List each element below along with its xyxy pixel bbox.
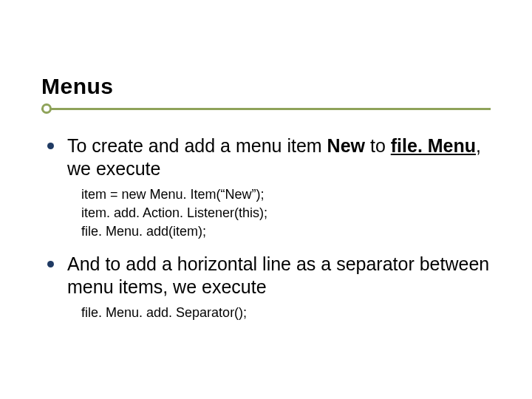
bullet-icon xyxy=(47,261,54,267)
text-run: To create and add a menu item xyxy=(67,135,327,156)
code-line: file. Menu. add(item); xyxy=(81,222,491,241)
list-item-text: And to add a horizontal line as a separa… xyxy=(67,253,491,299)
text-bold: New xyxy=(327,135,365,156)
accent-line xyxy=(41,108,491,110)
slide-title: Menus xyxy=(41,74,491,99)
accent-bar xyxy=(41,103,491,114)
code-line: item = new Menu. Item(“New”); xyxy=(81,185,491,204)
text-bold-underline: file. Menu xyxy=(391,135,476,156)
slide-body: To create and add a menu item New to fil… xyxy=(47,134,491,322)
bullet-list: And to add a horizontal line as a separa… xyxy=(47,253,491,299)
slide: Menus To create and add a menu item New … xyxy=(0,0,532,399)
accent-circle-icon xyxy=(41,103,52,114)
list-item: And to add a horizontal line as a separa… xyxy=(47,253,491,299)
code-line: item. add. Action. Listener(this); xyxy=(81,204,491,222)
bullet-icon xyxy=(47,143,54,149)
code-block: item = new Menu. Item(“New”); item. add.… xyxy=(81,185,491,242)
code-line: file. Menu. add. Separator(); xyxy=(81,304,491,322)
list-item: To create and add a menu item New to fil… xyxy=(47,134,491,181)
code-block: file. Menu. add. Separator(); xyxy=(81,304,491,322)
bullet-list: To create and add a menu item New to fil… xyxy=(47,134,491,181)
list-item-text: To create and add a menu item New to fil… xyxy=(67,134,491,181)
text-run: to xyxy=(365,135,391,156)
